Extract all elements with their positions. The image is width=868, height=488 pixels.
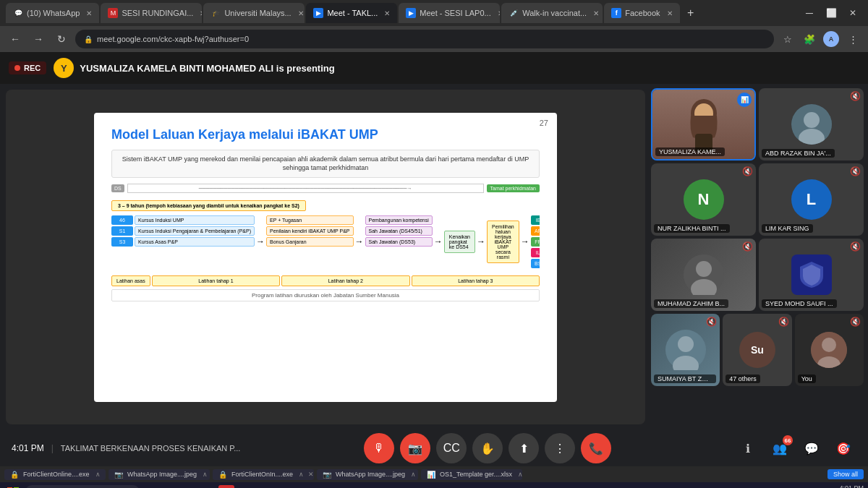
download-close-3[interactable]: ✕ xyxy=(308,471,314,478)
browser-chrome: 💬 (10) WhatsApp ✕ M SESI RUNDINGAI... ✕ … xyxy=(0,0,868,52)
presenter-text: YUSMALIZA KAMELA BINTI MOHAMED ALI is pr… xyxy=(80,63,334,74)
controls-left: 4:01 PM | TAKLIMAT BERKENAAN PROSES KENA… xyxy=(12,443,240,453)
acrobat-icon[interactable]: A xyxy=(294,485,310,488)
info-button[interactable]: ℹ xyxy=(735,435,761,461)
tab-close-meet2[interactable]: ✕ xyxy=(498,9,501,17)
chat-button[interactable]: 💬 xyxy=(799,435,825,461)
camera-button[interactable]: 📷 xyxy=(400,433,430,463)
windows-search-bar[interactable]: 🔍 Type here to search 🎙 xyxy=(25,485,140,488)
captions-button[interactable]: CC xyxy=(436,433,467,463)
avatar-svg-yusmaliza xyxy=(682,98,726,152)
tab-whatsapp[interactable]: 💬 (10) WhatsApp ✕ xyxy=(6,3,99,23)
other-icon[interactable]: 🔧 xyxy=(350,485,366,488)
show-all-button[interactable]: Show all xyxy=(827,469,864,479)
people-button[interactable]: 👥 66 xyxy=(767,435,793,461)
filexp-icon[interactable]: 📁 xyxy=(200,485,216,488)
ie-icon[interactable]: e xyxy=(256,485,272,488)
account-icon[interactable]: A xyxy=(822,30,841,48)
menu-icon[interactable]: ⋮ xyxy=(843,30,862,48)
diag-arrow3: → xyxy=(434,236,443,247)
tab-icon-facebook: f xyxy=(611,8,621,18)
activities-icon: 🎯 xyxy=(836,442,851,455)
back-button[interactable]: ← xyxy=(6,30,25,48)
search-app-icon[interactable]: 🔍 xyxy=(181,485,197,488)
tab-meet2[interactable]: ▶ Meet - SESI LAP0... ✕ xyxy=(399,3,500,23)
mic-button[interactable]: 🎙 xyxy=(364,433,394,463)
tab-close-univ[interactable]: ✕ xyxy=(298,9,304,17)
camera-icon: 📷 xyxy=(408,442,422,455)
raise-hand-button[interactable]: ✋ xyxy=(472,433,503,463)
close-button[interactable]: ✕ xyxy=(843,4,862,22)
tab-icon-meet2: ▶ xyxy=(406,8,416,18)
refresh-button[interactable]: ↻ xyxy=(52,30,71,48)
tab-close-whatsapp[interactable]: ✕ xyxy=(86,9,92,17)
slide-number: 27 xyxy=(540,119,548,127)
mic-you: 🔇 xyxy=(850,317,861,327)
avatar-abrazak xyxy=(791,104,832,145)
tab-close-vaccine[interactable]: ✕ xyxy=(593,9,599,17)
forward-button[interactable]: → xyxy=(29,30,48,48)
bookmark-icon[interactable]: ☆ xyxy=(778,30,797,48)
people-count: 66 xyxy=(783,435,793,445)
presenter-avatar: Y xyxy=(54,58,74,78)
app-l-icon[interactable]: L xyxy=(218,485,234,488)
end-call-button[interactable]: 📞 xyxy=(581,433,611,463)
download-2[interactable]: 📷 WhatsApp Image....jpeg ∧ ✕ xyxy=(109,469,210,480)
windows-start-button[interactable] xyxy=(4,484,22,488)
downloads-bar: 🔒 FortiClientOnline....exe ∧ ✕ 📷 WhatsAp… xyxy=(0,466,868,482)
address-bar[interactable]: 🔒 meet.google.com/ckc-xapb-fwj?authuser=… xyxy=(75,30,774,48)
download-icon-5: 📊 xyxy=(427,471,435,479)
restore-button[interactable]: ⬜ xyxy=(822,4,841,22)
participant-syed: 🔇 SYED MOHD SAUFI ... xyxy=(759,239,864,311)
meeting-title: TAKLIMAT BERKENAAN PROSES KENAIKAN P... xyxy=(61,444,241,453)
diag-ar: AR xyxy=(531,226,540,236)
more-icon: ⋮ xyxy=(554,442,566,455)
svg-point-10 xyxy=(678,336,694,352)
present-icon: ⬆ xyxy=(519,442,529,455)
present-button[interactable]: ⬆ xyxy=(509,433,539,463)
taskview-icon[interactable]: ⊞ xyxy=(143,485,159,488)
more-button[interactable]: ⋮ xyxy=(545,433,575,463)
participant-name-you: You xyxy=(798,374,816,383)
info-icon: ℹ xyxy=(746,442,750,455)
chrome-icon[interactable]: 🌐 xyxy=(237,485,253,488)
participants-panel: 📊 YUSMALIZA KAME... xyxy=(651,84,868,430)
avatar-others: Su xyxy=(739,332,775,368)
diag-kursus3: Kursus Asas P&P xyxy=(135,237,255,247)
ppt-icon[interactable]: P xyxy=(312,485,328,488)
participant-nurz: N 🔇 NUR ZALIKHA BINTI ... xyxy=(651,163,756,236)
diag-kenaikan: Kenaikan pangkat ke DS54 xyxy=(444,231,475,253)
minimize-button[interactable]: ─ xyxy=(800,4,819,22)
svg-point-13 xyxy=(822,338,836,352)
extensions-icon[interactable]: 🧩 xyxy=(800,30,819,48)
tab-sesi[interactable]: M SESI RUNDINGAI... ✕ xyxy=(101,3,202,23)
download-4[interactable]: 📷 WhatsApp Image....jpeg ∧ ✕ xyxy=(317,469,418,480)
speaking-indicator: 📊 xyxy=(737,93,752,107)
diag-ie: IE xyxy=(531,215,540,225)
ppt2-icon[interactable]: P xyxy=(331,485,347,488)
edge2-icon[interactable]: 🌀 xyxy=(275,485,291,488)
diag-arrow4: → xyxy=(477,236,485,247)
diag-ds: DS xyxy=(111,184,124,192)
meet-topbar: REC Y YUSMALIZA KAMELA BINTI MOHAMED ALI… xyxy=(0,52,868,84)
chat-icon: 💬 xyxy=(804,442,819,455)
download-close-1[interactable]: ✕ xyxy=(105,471,106,478)
download-3[interactable]: 🔒 FortiClientOnIn....exe ∧ ✕ xyxy=(213,469,314,480)
tab-icon-sesi: M xyxy=(108,8,118,18)
tab-close-sesi[interactable]: ✕ xyxy=(200,9,202,17)
tab-vaccine[interactable]: 💉 Walk-in vaccinat... ✕ xyxy=(501,3,603,23)
new-tab-button[interactable]: + xyxy=(681,4,700,22)
tab-facebook[interactable]: f Facebook ✕ xyxy=(604,3,679,23)
tab-close-facebook[interactable]: ✕ xyxy=(667,9,673,17)
slide-content: 27 Model Laluan Kerjaya melalui iBAKAT U… xyxy=(94,113,557,402)
activities-button[interactable]: 🎯 xyxy=(830,435,856,461)
tab-meet-active[interactable]: ▶ Meet - TAKL... ✕ xyxy=(306,3,397,23)
download-1[interactable]: 🔒 FortiClientOnline....exe ∧ ✕ xyxy=(4,469,106,480)
time-separator: | xyxy=(51,443,54,453)
download-5[interactable]: 📊 OS1_Template ger....xlsx ∧ ✕ xyxy=(421,469,522,480)
edge-icon[interactable]: e xyxy=(162,485,178,488)
tab-univ[interactable]: 🎓 Universiti Malays... ✕ xyxy=(203,3,305,23)
participant-name-zahim: MUHAMAD ZAHIM B... xyxy=(654,299,728,308)
tab-close-meet[interactable]: ✕ xyxy=(384,9,390,17)
diag-sah2: Sah Jawatan (DS53) xyxy=(365,237,433,247)
